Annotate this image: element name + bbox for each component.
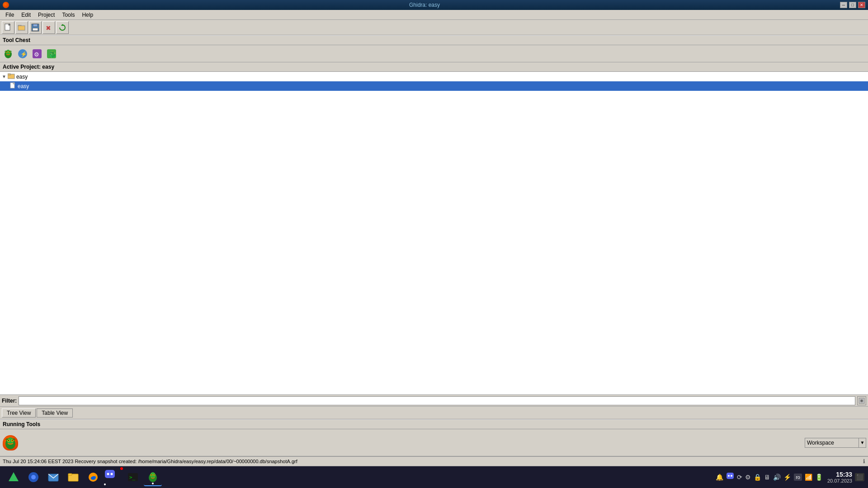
workspace-dropdown-arrow[interactable]: ▼ <box>859 438 866 448</box>
svg-marker-34 <box>9 472 19 481</box>
svg-rect-6 <box>33 28 38 31</box>
discord-active-dot <box>104 483 106 485</box>
tool-icon-4[interactable]: 🐉 <box>45 47 58 60</box>
menu-project[interactable]: Project <box>34 11 58 19</box>
svg-rect-3 <box>18 26 25 30</box>
tray-lock-icon[interactable]: 🔒 <box>754 474 761 481</box>
toolbar-open-btn[interactable] <box>15 21 28 34</box>
svg-rect-53 <box>726 473 734 479</box>
close-button[interactable]: ✕ <box>858 2 865 8</box>
svg-point-14 <box>9 52 10 52</box>
filter-input[interactable] <box>19 396 855 405</box>
svg-text:>_: >_ <box>129 474 136 480</box>
tray-lang-indicator[interactable]: ro <box>794 474 802 481</box>
svg-point-43 <box>107 473 109 475</box>
toolbar-new-btn[interactable] <box>2 21 14 34</box>
minimize-button[interactable]: ─ <box>840 2 847 8</box>
tray-wifi-icon[interactable]: 📶 <box>805 474 812 481</box>
file-icon-file1 <box>10 82 16 90</box>
clock-date: 20.07.2023 <box>827 478 852 483</box>
active-project-label: Active Project: easy <box>0 62 868 72</box>
svg-point-36 <box>31 475 36 479</box>
clock-time: 15:33 <box>836 471 852 478</box>
svg-rect-42 <box>105 470 115 478</box>
view-buttons: Tree View Table View <box>0 407 868 419</box>
menu-bar: File Edit Project Tools Help <box>0 10 868 20</box>
tree-label-file1: easy <box>18 83 29 89</box>
svg-point-13 <box>6 52 7 52</box>
tool-icon-2[interactable]: ⚡ <box>16 47 29 60</box>
table-view-button[interactable]: Table View <box>37 408 73 418</box>
toolbar-close-btn[interactable]: ✖ <box>42 21 55 34</box>
codebrowser-tool[interactable] <box>2 47 14 60</box>
tray-bluetooth-icon[interactable]: ⚡ <box>783 474 791 481</box>
menu-help[interactable]: Help <box>78 11 97 19</box>
tool-icon-3[interactable]: ⚙ <box>31 47 43 60</box>
taskbar-app-firefox[interactable] <box>84 468 102 486</box>
svg-point-32 <box>8 440 9 441</box>
tool-chest-header: Tool Chest <box>0 35 868 45</box>
svg-text:⚡: ⚡ <box>20 51 27 57</box>
tray-update-icon[interactable]: ⟳ <box>737 474 742 481</box>
main-toolbar: ✖ <box>0 20 868 35</box>
toolbar-save-btn[interactable] <box>29 21 42 34</box>
filter-clear-button[interactable] <box>857 396 866 405</box>
menu-edit[interactable]: Edit <box>18 11 34 19</box>
clock-area[interactable]: 15:33 20.07.2023 <box>827 471 852 483</box>
taskbar: >_ 🔔 ⟳ ⚙ 🔒 🖥 🔊 ⚡ ro 📶 <box>0 466 868 488</box>
running-tools-label: Running Tools <box>0 419 868 429</box>
svg-point-33 <box>12 440 13 441</box>
tray-keyboard-icon[interactable]: ⬛ <box>855 473 864 481</box>
tray-monitor-icon[interactable]: 🖥 <box>764 474 770 481</box>
tray-volume-icon[interactable]: 🔊 <box>773 474 781 481</box>
taskbar-app-manjaro[interactable] <box>5 468 23 486</box>
svg-point-44 <box>111 473 113 475</box>
status-icon: ℹ <box>863 458 865 465</box>
app-icon-title <box>3 2 9 8</box>
svg-rect-5 <box>33 24 38 27</box>
menu-file[interactable]: File <box>2 11 18 19</box>
ghidra-active-dot <box>152 483 154 484</box>
tray-battery-icon[interactable]: 🔋 <box>815 474 823 481</box>
tree-view-button[interactable]: Tree View <box>2 408 36 418</box>
taskbar-app-discord[interactable] <box>104 468 122 486</box>
taskbar-app-terminal[interactable]: >_ <box>124 468 142 486</box>
taskbar-app-ghidra[interactable] <box>144 468 162 486</box>
status-message: Thu Jul 20 15:24:06 EEST 2023 Recovery s… <box>3 459 863 464</box>
svg-text:🐉: 🐉 <box>49 51 57 58</box>
workspace-dropdown[interactable]: Workspace ▼ <box>805 438 866 448</box>
system-tray: 🔔 ⟳ ⚙ 🔒 🖥 🔊 ⚡ ro 📶 🔋 15:33 20.07.2023 ⬛ <box>712 466 868 488</box>
svg-point-52 <box>154 474 155 475</box>
svg-point-27 <box>861 399 863 402</box>
taskbar-app-browser1[interactable] <box>24 468 42 486</box>
window-controls: ─ □ ✕ <box>840 2 865 8</box>
menu-tools[interactable]: Tools <box>58 11 78 19</box>
svg-point-51 <box>151 474 152 475</box>
svg-text:✖: ✖ <box>46 24 51 32</box>
tree-item-file1[interactable]: easy <box>0 81 868 91</box>
svg-rect-22 <box>8 74 10 75</box>
workspace-select[interactable]: Workspace <box>805 438 859 448</box>
status-bar: Thu Jul 20 15:24:06 EEST 2023 Recovery s… <box>0 456 868 466</box>
filter-bar: Filter: <box>0 395 868 407</box>
filter-label: Filter: <box>2 398 17 404</box>
tray-discord-icon[interactable] <box>726 472 734 482</box>
tree-item-root[interactable]: ▼ easy <box>0 72 868 81</box>
running-tool-codebrowser[interactable] <box>3 435 18 450</box>
tray-settings-icon[interactable]: ⚙ <box>745 474 751 481</box>
toolbar-refresh-btn[interactable] <box>56 21 69 34</box>
maximize-button[interactable]: □ <box>849 2 856 8</box>
folder-icon-root <box>8 73 15 80</box>
svg-rect-39 <box>68 474 72 475</box>
taskbar-app-mail[interactable] <box>44 468 62 486</box>
tree-arrow-root: ▼ <box>2 74 6 79</box>
svg-point-55 <box>731 475 732 477</box>
file-tree[interactable]: ▼ easy easy <box>0 72 868 395</box>
svg-point-54 <box>728 475 730 477</box>
tree-label-root: easy <box>16 74 28 80</box>
window-title: Ghidra: easy <box>9 2 840 8</box>
title-bar: Ghidra: easy ─ □ ✕ <box>0 0 868 10</box>
tray-bell-icon[interactable]: 🔔 <box>716 474 723 481</box>
taskbar-app-files[interactable] <box>64 468 82 486</box>
tool-chest-bar: ⚡ ⚙ 🐉 <box>0 45 868 62</box>
